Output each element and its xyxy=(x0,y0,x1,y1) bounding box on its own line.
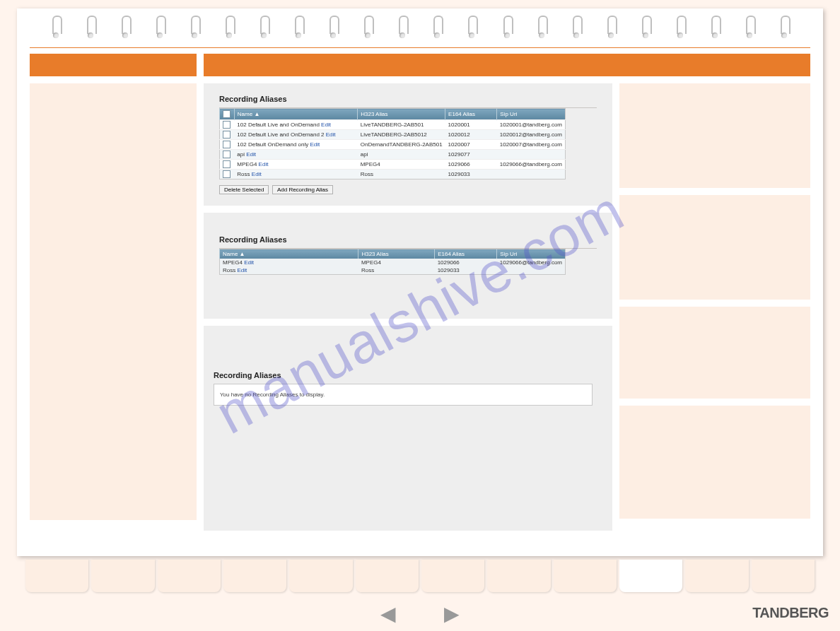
col-e164[interactable]: E164 Alias xyxy=(435,249,497,259)
sip-link[interactable] xyxy=(497,266,566,275)
sip-link[interactable] xyxy=(497,150,566,160)
tab[interactable] xyxy=(223,560,286,592)
empty-message: You have no Recording Aliases to display… xyxy=(220,391,325,398)
sip-link[interactable]: 1020001@tandberg.com xyxy=(497,120,566,130)
add-recording-alias-button[interactable]: Add Recording Alias xyxy=(272,185,333,194)
select-all-checkbox[interactable] xyxy=(223,110,231,118)
table-row: api Edit api 1029077 xyxy=(220,150,566,160)
tab[interactable] xyxy=(356,560,419,592)
recording-aliases-panel-full: Recording Aliases Name ▲ H323 Alias E164… xyxy=(204,83,612,206)
col-h323[interactable]: H323 Alias xyxy=(358,109,445,120)
col-sip[interactable]: Sip Uri xyxy=(497,109,566,120)
tab[interactable] xyxy=(25,560,88,592)
panel2-heading: Recording Aliases xyxy=(219,235,597,244)
table-row: MPEG4 Edit MPEG4 1029066 1029066@tandber… xyxy=(220,160,566,170)
row-checkbox[interactable] xyxy=(223,141,231,148)
row-checkbox[interactable] xyxy=(223,151,231,158)
brand-logo: TANDBERG xyxy=(752,605,829,621)
row-checkbox[interactable] xyxy=(223,131,231,138)
prev-page-icon[interactable]: ◀ xyxy=(380,603,396,625)
recording-aliases-panel-user: Recording Aliases Name ▲ H323 Alias E164… xyxy=(204,213,612,319)
tab-active[interactable] xyxy=(619,560,682,592)
sip-link[interactable] xyxy=(497,170,566,179)
tab[interactable] xyxy=(554,560,617,592)
sip-link[interactable]: 1029066@tandberg.com xyxy=(497,259,566,266)
table-row: 102 Default OnDemand only Edit OnDemandT… xyxy=(220,140,566,150)
sip-link[interactable]: 1020012@tandberg.com xyxy=(497,130,566,140)
panel3-heading: Recording Aliases xyxy=(214,371,597,379)
left-sidebar-block xyxy=(30,83,197,520)
edit-link[interactable]: Edit xyxy=(246,151,256,158)
tab[interactable] xyxy=(752,560,815,592)
edit-link[interactable]: Edit xyxy=(252,171,262,177)
recording-aliases-panel-empty: Recording Aliases You have no Recording … xyxy=(204,326,612,531)
tab[interactable] xyxy=(158,560,221,592)
tab[interactable] xyxy=(91,560,154,592)
right-block-2 xyxy=(619,195,810,300)
top-rule xyxy=(30,47,810,48)
tab[interactable] xyxy=(685,560,748,592)
tab[interactable] xyxy=(487,560,550,592)
col-name[interactable]: Name ▲ xyxy=(220,249,358,259)
edit-link[interactable]: Edit xyxy=(237,267,247,273)
tab[interactable] xyxy=(289,560,352,592)
row-checkbox[interactable] xyxy=(223,160,231,168)
empty-message-box: You have no Recording Aliases to display… xyxy=(214,384,593,406)
col-sip[interactable]: Sip Uri xyxy=(497,249,566,259)
sip-link[interactable]: 1029066@tandberg.com xyxy=(497,160,566,170)
table-row: Ross Edit Ross 1029033 xyxy=(220,266,566,275)
recording-aliases-table: Name ▲ H323 Alias E164 Alias Sip Uri 102… xyxy=(219,108,566,179)
manual-page: Recording Aliases Name ▲ H323 Alias E164… xyxy=(17,8,823,556)
bottom-tabs xyxy=(25,560,815,592)
table-row: 102 Default Live and OnDemand 2 Edit Liv… xyxy=(220,130,566,140)
table-row: 102 Default Live and OnDemand Edit LiveT… xyxy=(220,120,566,130)
right-block-1 xyxy=(619,83,810,188)
right-block-3 xyxy=(619,307,810,399)
edit-link[interactable]: Edit xyxy=(310,141,320,148)
tab[interactable] xyxy=(421,560,484,592)
table-row: MPEG4 Edit MPEG4 1029066 1029066@tandber… xyxy=(220,259,566,266)
sip-link[interactable]: 1020007@tandberg.com xyxy=(497,140,566,150)
panel1-heading: Recording Aliases xyxy=(219,95,597,103)
right-block-4 xyxy=(619,406,810,519)
col-e164[interactable]: E164 Alias xyxy=(445,109,497,120)
next-page-icon[interactable]: ▶ xyxy=(444,603,460,625)
orange-header-row xyxy=(30,54,810,76)
edit-link[interactable]: Edit xyxy=(244,259,254,266)
table-row: Ross Edit Ross 1029033 xyxy=(220,170,566,179)
recording-aliases-table-user: Name ▲ H323 Alias E164 Alias Sip Uri MPE… xyxy=(219,249,566,275)
row-checkbox[interactable] xyxy=(223,170,231,178)
row-checkbox[interactable] xyxy=(223,121,231,129)
page-nav-arrows: ◀ ▶ xyxy=(0,602,840,625)
col-h323[interactable]: H323 Alias xyxy=(358,249,435,259)
edit-link[interactable]: Edit xyxy=(259,161,269,167)
col-name[interactable]: Name ▲ xyxy=(234,109,357,120)
edit-link[interactable]: Edit xyxy=(321,122,331,128)
delete-selected-button[interactable]: Delete Selected xyxy=(219,185,269,194)
edit-link[interactable]: Edit xyxy=(326,131,336,138)
